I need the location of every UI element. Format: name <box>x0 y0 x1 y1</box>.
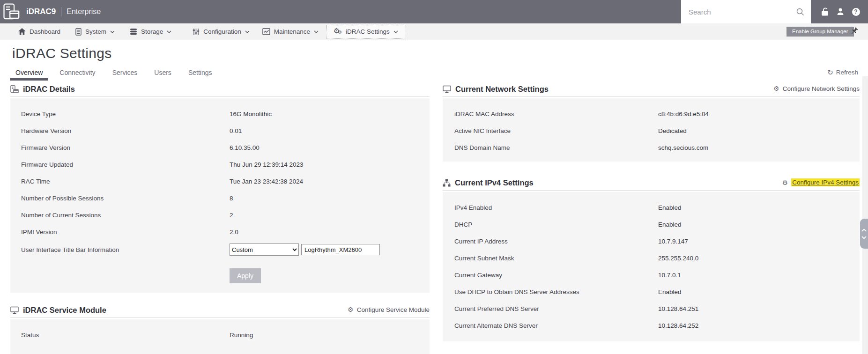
scroll-up-icon[interactable] <box>861 229 867 232</box>
section-title: iDRAC Details <box>23 85 75 94</box>
tab-users[interactable]: Users <box>148 66 177 81</box>
chevron-down-icon <box>393 30 398 33</box>
configure-network-settings-link[interactable]: ⚙ Configure Network Settings <box>773 85 860 92</box>
main-nav: Dashboard System Storage <box>0 23 868 40</box>
nav-item-storage[interactable]: Storage <box>130 28 171 35</box>
table-row: iDRAC MAC Address c8:4b:d6:9d:e5:04 <box>443 105 860 122</box>
chevron-down-icon <box>245 30 250 33</box>
scroll-buttons[interactable] <box>860 219 868 249</box>
titlebar-mode-select[interactable]: Custom <box>230 243 299 256</box>
brand-name: iDRAC9 <box>26 7 56 16</box>
table-row: Current IP Address 10.7.9.147 <box>443 233 860 250</box>
gear-icon: ⚙ <box>773 85 779 92</box>
table-row: DNS Domain Name schq.secious.com <box>443 139 860 156</box>
table-row: Number of Current Sessions 2 <box>10 206 430 223</box>
table-row: Active NIC Interface Dedicated <box>443 122 860 139</box>
topbar-icon-group: ? <box>820 0 861 23</box>
table-row: Current Subnet Mask 255.255.240.0 <box>443 250 860 266</box>
table-row: Number of Possible Sessions 8 <box>10 190 430 206</box>
brand-divider <box>61 7 61 16</box>
idrac-logo-icon <box>3 3 21 21</box>
nav-item-dashboard[interactable]: Dashboard <box>18 28 60 35</box>
table-row: Firmware Version 6.10.35.00 <box>10 139 430 156</box>
sitemap-icon <box>443 179 451 187</box>
refresh-button[interactable]: ↻ Refresh <box>827 69 858 76</box>
sliders-icon <box>193 28 200 36</box>
chevron-down-icon <box>167 30 171 33</box>
user-icon[interactable] <box>835 7 846 17</box>
table-row: Current Alternate DNS Server 10.128.64.2… <box>443 317 860 334</box>
right-column: Current Network Settings ⚙ Configure Net… <box>443 82 860 341</box>
chevron-down-icon <box>110 30 115 33</box>
titlebar-custom-input[interactable] <box>301 244 380 255</box>
chevron-down-icon <box>314 30 319 33</box>
brand-edition: Enterprise <box>67 7 101 16</box>
pin-icon[interactable] <box>849 27 859 36</box>
ipv4-settings-card: IPv4 Enabled Enabled DHCP Enabled Curren… <box>443 192 860 341</box>
service-module-card: Status Running <box>10 319 430 354</box>
brand: iDRAC9 Enterprise <box>26 7 101 16</box>
configure-service-module-link[interactable]: ⚙ Configure Service Module <box>348 306 430 313</box>
left-column: iDRAC Details Device Type 16G Monolithic… <box>10 82 430 354</box>
search-icon[interactable] <box>796 7 804 16</box>
titlebar-info-row: User Interface Title Bar Information Cus… <box>10 240 430 259</box>
search-box <box>681 0 811 23</box>
nav-item-maintenance[interactable]: Maintenance <box>262 28 319 35</box>
highlighted-link-text: Configure IPv4 Settings <box>791 178 860 186</box>
table-row: RAC Time Tue Jan 23 23:42:38 2024 <box>10 173 430 190</box>
scrollbar-track[interactable] <box>862 76 868 354</box>
scroll-down-icon[interactable] <box>861 236 867 239</box>
nav-label: Configuration <box>203 28 241 35</box>
tab-services[interactable]: Services <box>107 66 143 81</box>
page-title: iDRAC Settings <box>12 45 868 61</box>
nav-label: iDRAC Settings <box>346 28 390 35</box>
table-row: Current Preferred DNS Server 10.128.64.2… <box>443 300 860 317</box>
nav-label: Storage <box>141 28 163 35</box>
table-row: IPv4 Enabled Enabled <box>443 199 860 216</box>
rack-icon <box>10 85 19 93</box>
search-input[interactable] <box>681 8 796 16</box>
table-row: Hardware Version 0.01 <box>10 122 430 139</box>
network-settings-card: iDRAC MAC Address c8:4b:d6:9d:e5:04 Acti… <box>443 98 860 162</box>
monitor-icon <box>10 306 19 314</box>
nav-label: System <box>85 28 106 35</box>
network-settings-header: Current Network Settings ⚙ Configure Net… <box>443 82 860 97</box>
system-icon <box>75 28 82 36</box>
table-row: IPMI Version 2.0 <box>10 223 430 240</box>
gear-icon: ⚙ <box>782 179 788 186</box>
table-row: Device Type 16G Monolithic <box>10 105 430 122</box>
configure-ipv4-settings-link[interactable]: ⚙ Configure IPv4 Settings <box>782 178 860 186</box>
service-module-header: iDRAC Service Module ⚙ Configure Service… <box>10 303 430 318</box>
gears-icon: ⚙⚙ <box>334 28 342 36</box>
table-row: Firmware Updated Thu Jun 29 12:39:14 202… <box>10 156 430 173</box>
idrac-details-card: Device Type 16G Monolithic Hardware Vers… <box>10 98 430 293</box>
apply-button[interactable]: Apply <box>230 268 261 283</box>
nav-item-idrac-settings[interactable]: ⚙⚙ iDRAC Settings <box>326 25 405 39</box>
top-bar: iDRAC9 Enterprise ? <box>0 0 868 23</box>
table-row: Status Running <box>10 326 430 343</box>
nav-label: Maintenance <box>274 28 310 35</box>
table-row: Use DHCP to Obtain DNS Server Addresses … <box>443 283 860 300</box>
tab-bar: Overview Connectivity Services Users Set… <box>0 66 868 81</box>
home-icon <box>18 28 26 35</box>
nav-item-system[interactable]: System <box>75 28 115 36</box>
table-row: Current Gateway 10.7.0.1 <box>443 266 860 283</box>
refresh-icon: ↻ <box>827 69 833 76</box>
enable-group-manager-button[interactable]: Enable Group Manager <box>786 27 854 37</box>
monitor-icon <box>443 85 451 93</box>
ipv4-settings-header: Current IPv4 Settings ⚙ Configure IPv4 S… <box>443 176 860 191</box>
storage-icon <box>130 28 137 35</box>
gear-icon: ⚙ <box>348 306 354 313</box>
tab-connectivity[interactable]: Connectivity <box>54 66 101 81</box>
chart-icon <box>262 28 270 35</box>
section-title: Current IPv4 Settings <box>455 178 534 187</box>
section-title: iDRAC Service Module <box>23 306 106 315</box>
section-title: Current Network Settings <box>455 85 549 94</box>
help-icon[interactable]: ? <box>851 7 861 17</box>
unlock-icon[interactable] <box>820 7 830 17</box>
table-row: DHCP Enabled <box>443 216 860 233</box>
nav-label: Dashboard <box>30 28 60 35</box>
nav-item-configuration[interactable]: Configuration <box>193 28 249 36</box>
tab-overview[interactable]: Overview <box>10 66 48 81</box>
tab-settings[interactable]: Settings <box>183 66 218 81</box>
